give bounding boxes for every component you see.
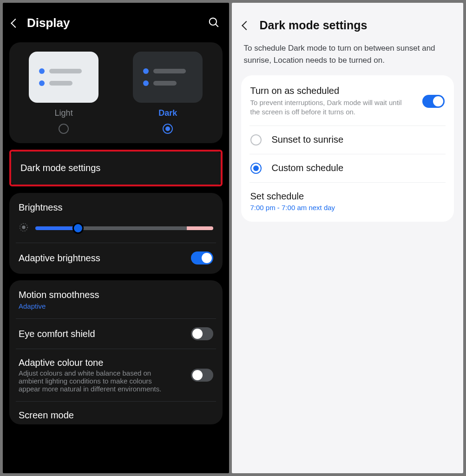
display-extra-section: Motion smoothness Adaptive Eye comfort s… bbox=[9, 280, 223, 424]
theme-dark-label: Dark bbox=[158, 108, 177, 118]
search-icon[interactable] bbox=[208, 16, 220, 30]
custom-option-radio[interactable] bbox=[250, 163, 262, 174]
header: Dark mode settings bbox=[241, 10, 454, 40]
theme-dark-radio[interactable] bbox=[163, 124, 173, 134]
eye-comfort-row[interactable]: Eye comfort shield bbox=[19, 327, 213, 340]
adaptive-colour-toggle[interactable] bbox=[191, 369, 213, 382]
svg-point-0 bbox=[209, 18, 216, 25]
theme-light-label: Light bbox=[55, 108, 73, 118]
adaptive-brightness-row[interactable]: Adaptive brightness bbox=[19, 251, 213, 264]
dark-preview-icon bbox=[133, 52, 203, 103]
motion-smoothness-value: Adaptive bbox=[19, 302, 99, 310]
theme-light-radio[interactable] bbox=[59, 124, 69, 134]
back-icon[interactable] bbox=[242, 21, 251, 30]
turn-on-scheduled-toggle[interactable] bbox=[422, 95, 445, 108]
motion-smoothness-label: Motion smoothness bbox=[19, 290, 99, 300]
brightness-slider-thumb[interactable] bbox=[72, 223, 84, 234]
sunset-option-label: Sunset to sunrise bbox=[272, 134, 344, 145]
brightness-title: Brightness bbox=[19, 202, 213, 213]
set-schedule-row[interactable]: Set schedule 7:00 pm - 7:00 am next day bbox=[250, 183, 445, 220]
theme-option-light[interactable]: Light bbox=[19, 52, 109, 134]
motion-smoothness-row[interactable]: Motion smoothness Adaptive bbox=[19, 290, 213, 310]
adaptive-colour-label: Adaptive colour tone bbox=[19, 357, 170, 368]
sunset-option-row[interactable]: Sunset to sunrise bbox=[250, 126, 445, 154]
set-schedule-label: Set schedule bbox=[250, 191, 445, 202]
adaptive-brightness-label: Adaptive brightness bbox=[19, 253, 100, 264]
custom-option-label: Custom schedule bbox=[272, 163, 344, 173]
display-settings-pane: Display Light Dark bbox=[3, 3, 229, 473]
dark-mode-settings-label: Dark mode settings bbox=[20, 163, 211, 173]
page-title: Display bbox=[27, 16, 199, 30]
brightness-slider[interactable] bbox=[35, 226, 213, 230]
svg-line-1 bbox=[216, 24, 218, 26]
dark-mode-settings-pane: Dark mode settings To schedule Dark mode… bbox=[232, 3, 464, 473]
turn-on-scheduled-desc: To prevent interruptions, Dark mode will… bbox=[250, 98, 413, 117]
screen-mode-label: Screen mode bbox=[19, 410, 74, 421]
set-schedule-value: 7:00 pm - 7:00 am next day bbox=[250, 204, 445, 212]
svg-point-2 bbox=[22, 225, 25, 229]
page-title: Dark mode settings bbox=[260, 19, 368, 32]
dark-mode-settings-row[interactable]: Dark mode settings bbox=[11, 152, 221, 185]
screen-mode-row[interactable]: Screen mode bbox=[19, 410, 213, 421]
sunset-option-radio[interactable] bbox=[250, 134, 262, 145]
theme-option-dark[interactable]: Dark bbox=[123, 52, 213, 134]
back-icon[interactable] bbox=[11, 19, 20, 28]
turn-on-scheduled-row[interactable]: Turn on as scheduled To prevent interrup… bbox=[250, 77, 445, 126]
eye-comfort-toggle[interactable] bbox=[191, 327, 213, 340]
header: Display bbox=[9, 9, 223, 42]
adaptive-brightness-toggle[interactable] bbox=[191, 251, 213, 264]
light-preview-icon bbox=[29, 52, 98, 103]
custom-option-row[interactable]: Custom schedule bbox=[250, 154, 445, 182]
adaptive-colour-row[interactable]: Adaptive colour tone Adjust colours and … bbox=[19, 357, 213, 393]
adaptive-colour-desc: Adjust colours and white balance based o… bbox=[19, 369, 170, 393]
page-description: To schedule Dark mode to turn on between… bbox=[241, 40, 454, 75]
theme-section: Light Dark bbox=[9, 42, 223, 143]
turn-on-scheduled-label: Turn on as scheduled bbox=[250, 86, 413, 96]
brightness-icon bbox=[19, 222, 29, 234]
brightness-section: Brightness Adaptive brightness bbox=[9, 193, 223, 274]
schedule-card: Turn on as scheduled To prevent interrup… bbox=[241, 75, 454, 222]
dark-mode-settings-highlight: Dark mode settings bbox=[9, 150, 223, 186]
eye-comfort-label: Eye comfort shield bbox=[19, 329, 95, 339]
